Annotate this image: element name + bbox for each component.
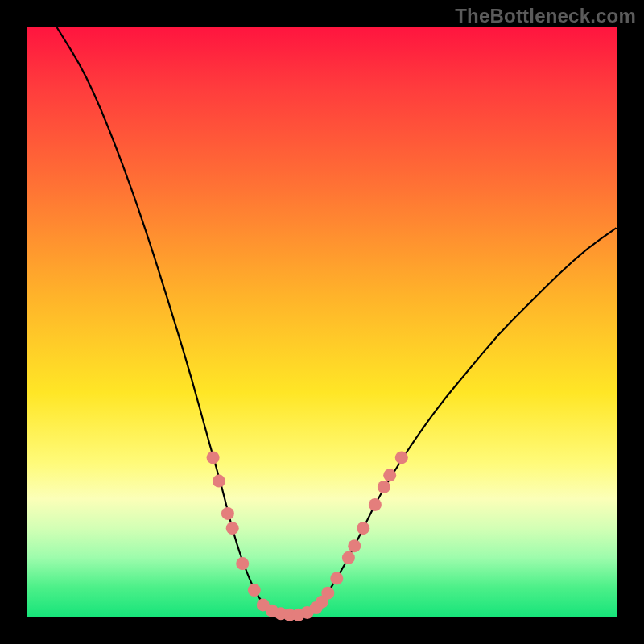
chart-frame: TheBottleneck.com: [0, 0, 644, 644]
curve-marker: [213, 475, 225, 488]
watermark-text: TheBottleneck.com: [455, 5, 636, 27]
plot-area: [27, 27, 617, 617]
curve-marker: [248, 584, 261, 597]
curve-marker: [383, 469, 396, 481]
curve-marker: [221, 507, 234, 520]
curve-marker: [207, 451, 220, 464]
curve-marker: [330, 572, 343, 584]
curve-marker: [378, 481, 390, 493]
curve-marker: [226, 522, 239, 535]
curve-marker: [395, 451, 408, 464]
curve-layer: [27, 27, 617, 617]
curve-marker: [357, 522, 369, 535]
curve-marker: [321, 587, 334, 600]
curve-marker: [369, 498, 382, 511]
bottleneck-curve: [57, 27, 617, 615]
curve-marker: [236, 557, 249, 570]
curve-marker: [342, 551, 355, 564]
curve-markers: [207, 451, 408, 621]
curve-marker: [348, 539, 361, 552]
